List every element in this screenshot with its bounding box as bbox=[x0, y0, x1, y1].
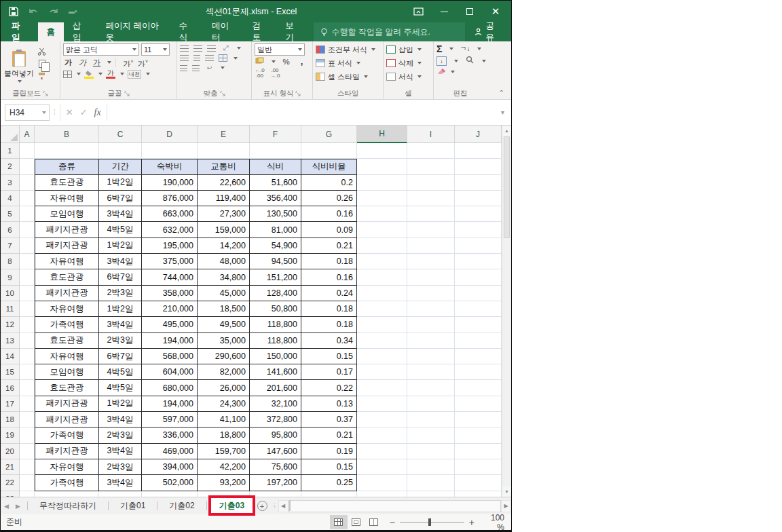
row-header-15[interactable]: 15 bbox=[1, 364, 20, 380]
cell-J8[interactable] bbox=[455, 254, 502, 269]
shrink-font-button[interactable]: 가˅ bbox=[138, 57, 149, 69]
find-select-icon[interactable] bbox=[464, 56, 474, 66]
cell-D11[interactable]: 210,000 bbox=[142, 301, 198, 317]
cell-A15[interactable] bbox=[20, 364, 35, 380]
cell-I17[interactable] bbox=[407, 396, 455, 412]
cell-F22[interactable]: 197,200 bbox=[250, 475, 301, 491]
qat-customize-icon[interactable]: ▬▾ bbox=[69, 8, 77, 15]
cell-D15[interactable]: 604,000 bbox=[142, 364, 198, 380]
sheet-tab-기출03[interactable]: 기출03 bbox=[210, 497, 253, 514]
underline-button[interactable]: 가 bbox=[92, 58, 102, 67]
cut-icon[interactable] bbox=[36, 46, 48, 56]
cell-B11[interactable]: 자유여행 bbox=[35, 301, 99, 317]
cell-I13[interactable] bbox=[407, 333, 455, 349]
sheet-nav-left-icon[interactable]: ◀ bbox=[1, 497, 12, 514]
row-header-21[interactable]: 21 bbox=[1, 459, 20, 475]
tell-me-box[interactable]: 수행할 작업을 알려 주세요. bbox=[314, 22, 466, 41]
cell-G13[interactable]: 0.34 bbox=[301, 333, 357, 349]
cell-A1[interactable] bbox=[20, 143, 35, 159]
cell-E18[interactable]: 41,100 bbox=[198, 412, 250, 428]
fill-color-icon[interactable] bbox=[84, 70, 94, 79]
cell-F3[interactable]: 51,600 bbox=[250, 175, 301, 191]
cell-A8[interactable] bbox=[20, 254, 35, 269]
cell-H4[interactable] bbox=[357, 191, 407, 206]
cell-J5[interactable] bbox=[455, 206, 502, 222]
cell-D17[interactable]: 194,000 bbox=[142, 396, 198, 412]
share-button[interactable]: 공유 bbox=[465, 22, 511, 41]
expand-formula-bar-icon[interactable]: ▾ bbox=[498, 109, 507, 116]
cell-H2[interactable] bbox=[357, 159, 407, 174]
cell-A21[interactable] bbox=[20, 459, 35, 475]
row-header-3[interactable]: 3 bbox=[1, 175, 20, 191]
cell-C2[interactable]: 기간 bbox=[99, 159, 142, 174]
cell-A20[interactable] bbox=[20, 444, 35, 459]
cell-B17[interactable]: 패키지관광 bbox=[35, 396, 99, 412]
cell-G21[interactable]: 0.15 bbox=[301, 459, 357, 475]
cell-I7[interactable] bbox=[407, 238, 455, 254]
cell-B4[interactable]: 자유여행 bbox=[35, 191, 99, 206]
column-header-J[interactable]: J bbox=[455, 126, 502, 143]
cell-F1[interactable] bbox=[250, 143, 301, 159]
sheet-nav-right-icon[interactable]: ▶ bbox=[12, 497, 24, 514]
underline-dropdown[interactable] bbox=[107, 61, 111, 64]
cell-C21[interactable]: 2박3일 bbox=[99, 459, 142, 475]
scroll-up-icon[interactable]: ▲ bbox=[502, 126, 511, 136]
cell-J15[interactable] bbox=[455, 364, 502, 380]
align-middle-icon[interactable] bbox=[193, 45, 202, 52]
cell-E16[interactable]: 26,000 bbox=[198, 380, 250, 396]
cell-J11[interactable] bbox=[455, 301, 502, 317]
cell-I11[interactable] bbox=[407, 301, 455, 317]
column-header-C[interactable]: C bbox=[99, 126, 142, 143]
cell-E10[interactable]: 45,000 bbox=[198, 286, 250, 301]
cell-J3[interactable] bbox=[455, 175, 502, 191]
cell-D14[interactable]: 568,000 bbox=[142, 349, 198, 364]
cell-A9[interactable] bbox=[20, 269, 35, 285]
cell-J1[interactable] bbox=[455, 143, 502, 159]
cell-D20[interactable]: 469,000 bbox=[142, 444, 198, 459]
cell-D21[interactable]: 394,000 bbox=[142, 459, 198, 475]
row-header-12[interactable]: 12 bbox=[1, 317, 20, 332]
cell-J22[interactable] bbox=[455, 475, 502, 491]
cell-J6[interactable] bbox=[455, 222, 502, 238]
cell-J9[interactable] bbox=[455, 269, 502, 285]
cell-G17[interactable]: 0.13 bbox=[301, 396, 357, 412]
column-header-E[interactable]: E bbox=[198, 126, 250, 143]
grow-font-button[interactable]: 가˄ bbox=[123, 57, 134, 69]
cell-H10[interactable] bbox=[357, 286, 407, 301]
cell-B23[interactable] bbox=[35, 491, 99, 497]
name-box-dropdown-icon[interactable] bbox=[42, 111, 46, 114]
increase-decimal-icon[interactable]: ←.0.00 bbox=[255, 68, 265, 79]
cell-G3[interactable]: 0.2 bbox=[301, 175, 357, 191]
cell-B22[interactable]: 가족여행 bbox=[35, 475, 99, 491]
horizontal-scroll-thumb[interactable] bbox=[289, 500, 291, 511]
cell-G4[interactable]: 0.26 bbox=[301, 191, 357, 206]
cell-D16[interactable]: 680,000 bbox=[142, 380, 198, 396]
number-dialog-launcher-icon[interactable] bbox=[295, 91, 301, 96]
confirm-entry-icon[interactable]: ✓ bbox=[80, 107, 88, 117]
cell-B21[interactable]: 자유여행 bbox=[35, 459, 99, 475]
row-header-18[interactable]: 18 bbox=[1, 412, 20, 428]
cell-H14[interactable] bbox=[357, 349, 407, 364]
cell-F9[interactable]: 151,200 bbox=[250, 269, 301, 285]
row-header-4[interactable]: 4 bbox=[1, 191, 20, 206]
cell-F7[interactable]: 54,900 bbox=[250, 238, 301, 254]
cell-C6[interactable]: 4박5일 bbox=[99, 222, 142, 238]
cell-G12[interactable]: 0.18 bbox=[301, 317, 357, 332]
cell-F17[interactable]: 32,100 bbox=[250, 396, 301, 412]
cell-C9[interactable]: 6박7일 bbox=[99, 269, 142, 285]
sheet-tab-기출01[interactable]: 기출01 bbox=[112, 497, 153, 514]
align-top-icon[interactable] bbox=[180, 45, 189, 52]
cell-C4[interactable]: 6박7일 bbox=[99, 191, 142, 206]
insert-cells-button[interactable]: 삽입 bbox=[386, 43, 430, 56]
horizontal-scrollbar[interactable]: ◀ ▶ bbox=[278, 499, 511, 512]
cell-C15[interactable]: 4박5일 bbox=[99, 364, 142, 380]
cell-C22[interactable]: 3박4일 bbox=[99, 475, 142, 491]
cell-B12[interactable]: 가족여행 bbox=[35, 317, 99, 332]
cell-D5[interactable]: 663,000 bbox=[142, 206, 198, 222]
paste-button[interactable]: 붙여넣기 bbox=[3, 43, 35, 88]
alignment-dialog-launcher-icon[interactable] bbox=[220, 91, 225, 96]
cell-B2[interactable]: 종류 bbox=[35, 159, 99, 174]
cell-A23[interactable] bbox=[20, 491, 35, 497]
row-header-19[interactable]: 19 bbox=[1, 428, 20, 443]
page-layout-view-button[interactable] bbox=[348, 515, 365, 529]
